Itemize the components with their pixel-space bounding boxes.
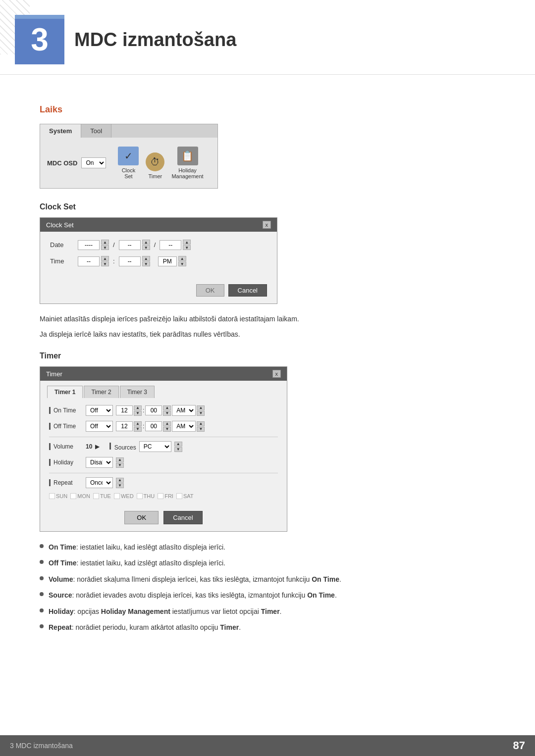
- page-footer: 3 MDC izmantošana 87: [0, 735, 535, 756]
- day-wed-checkbox[interactable]: [114, 493, 120, 499]
- date-sep-2: /: [154, 241, 156, 249]
- holiday-down[interactable]: ▼: [116, 463, 124, 468]
- date-month-spin[interactable]: ▲ ▼: [142, 240, 150, 250]
- day-tue-checkbox[interactable]: [93, 493, 99, 499]
- timer-icon-item[interactable]: ⏱ Timer: [146, 152, 164, 179]
- off-time-hour-up[interactable]: ▲: [134, 421, 142, 426]
- repeat-spin[interactable]: ▲ ▼: [116, 478, 124, 488]
- holiday-icon-item[interactable]: 📋 HolidayManagement: [171, 147, 203, 179]
- on-time-hour-spin[interactable]: ▲ ▼: [134, 405, 142, 416]
- repeat-up[interactable]: ▲: [116, 478, 124, 483]
- timer-cancel-button[interactable]: Cancel: [163, 511, 202, 524]
- day-mon-checkbox[interactable]: [70, 493, 76, 499]
- off-time-min-down[interactable]: ▼: [163, 427, 171, 432]
- clock-set-cancel-button[interactable]: Cancel: [228, 284, 267, 297]
- date-month-input[interactable]: [119, 240, 141, 250]
- time-min-spin[interactable]: ▲ ▼: [142, 256, 150, 266]
- off-time-hour-spin[interactable]: ▲ ▼: [134, 421, 142, 432]
- sources-spin[interactable]: ▲ ▼: [174, 442, 182, 452]
- timer-close-button[interactable]: x: [272, 370, 281, 378]
- day-thu-label: THU: [144, 493, 155, 499]
- clock-set-dialog-title: Clock Set: [46, 221, 74, 229]
- on-time-hour-up[interactable]: ▲: [134, 405, 142, 410]
- sources-down[interactable]: ▼: [174, 447, 182, 452]
- on-time-hour-down[interactable]: ▼: [134, 411, 142, 416]
- off-time-bar: [49, 423, 51, 430]
- off-time-ampm-spin[interactable]: ▲ ▼: [197, 421, 205, 432]
- tab-system[interactable]: System: [40, 124, 81, 138]
- bullet-on-time: On Time: iestatiet laiku, kad ieslēgt at…: [40, 542, 495, 553]
- date-year-up[interactable]: ▲: [101, 240, 109, 245]
- time-min-up[interactable]: ▲: [142, 256, 150, 261]
- on-time-select[interactable]: OffOn: [86, 405, 113, 416]
- sources-up[interactable]: ▲: [174, 442, 182, 447]
- date-day-up[interactable]: ▲: [183, 240, 191, 245]
- day-sun-checkbox[interactable]: [49, 493, 55, 499]
- holiday-select[interactable]: Disable Enable: [86, 457, 113, 468]
- time-ampm-spin[interactable]: ▲ ▼: [178, 256, 186, 266]
- time-ampm-up[interactable]: ▲: [178, 256, 186, 261]
- volume-arrow[interactable]: ▶: [95, 443, 100, 450]
- on-time-hour[interactable]: [116, 405, 133, 415]
- time-ampm-group: ▲ ▼: [158, 256, 186, 266]
- day-sat-checkbox[interactable]: [176, 493, 182, 499]
- repeat-down[interactable]: ▼: [116, 483, 124, 488]
- tab-tool[interactable]: Tool: [81, 124, 111, 138]
- date-day-input[interactable]: [160, 240, 181, 250]
- holiday-up[interactable]: ▲: [116, 457, 124, 462]
- day-thu-checkbox[interactable]: [137, 493, 143, 499]
- repeat-select[interactable]: Once Everyday Mon~Fri Mon~Sat Sat~Sun Ma…: [86, 477, 113, 488]
- timer-tab-1[interactable]: Timer 1: [47, 386, 83, 398]
- time-hour-input[interactable]: [78, 256, 100, 266]
- off-time-min-spin[interactable]: ▲ ▼: [163, 421, 171, 432]
- date-month-up[interactable]: ▲: [142, 240, 150, 245]
- time-min-down[interactable]: ▼: [142, 261, 150, 266]
- day-fri-checkbox[interactable]: [158, 493, 163, 499]
- off-time-ampm[interactable]: AMPM: [172, 421, 196, 432]
- clock-set-ok-button[interactable]: OK: [196, 284, 224, 297]
- off-time-min-up[interactable]: ▲: [163, 421, 171, 426]
- on-time-ampm[interactable]: AMPM: [172, 405, 196, 416]
- date-year-down[interactable]: ▼: [101, 245, 109, 250]
- time-min-input[interactable]: [119, 256, 141, 266]
- date-spin-3: ▲ ▼: [160, 240, 191, 250]
- clock-set-icon-item[interactable]: ✓ ClockSet: [118, 147, 139, 179]
- on-time-min-up[interactable]: ▲: [163, 405, 171, 410]
- time-hour-spin[interactable]: ▲ ▼: [101, 256, 109, 266]
- bullet-source: Source: norādiet ievades avotu displeja …: [40, 590, 495, 601]
- timer-tab-2[interactable]: Timer 2: [84, 386, 118, 398]
- date-year-input[interactable]: [78, 240, 100, 250]
- volume-sources-row: Volume 10 ▶ Sources PC HDMI ▲: [49, 441, 278, 452]
- time-hour-down[interactable]: ▼: [101, 261, 109, 266]
- date-spin-1: ▲ ▼: [78, 240, 109, 250]
- off-time-ampm-down[interactable]: ▼: [197, 427, 205, 432]
- off-time-hour[interactable]: [116, 421, 133, 431]
- on-time-ampm-up[interactable]: ▲: [197, 405, 205, 410]
- off-time-ampm-up[interactable]: ▲: [197, 421, 205, 426]
- date-month-down[interactable]: ▼: [142, 245, 150, 250]
- off-time-min[interactable]: [145, 421, 162, 431]
- on-time-min-spin[interactable]: ▲ ▼: [163, 405, 171, 416]
- on-time-ampm-spin[interactable]: ▲ ▼: [197, 405, 205, 416]
- time-ampm-down[interactable]: ▼: [178, 261, 186, 266]
- time-ampm-input[interactable]: [158, 256, 177, 266]
- sources-select[interactable]: PC HDMI: [139, 441, 171, 452]
- day-fri-label: FRI: [164, 493, 173, 499]
- date-day-down[interactable]: ▼: [183, 245, 191, 250]
- date-year-spin[interactable]: ▲ ▼: [101, 240, 109, 250]
- holiday-spin[interactable]: ▲ ▼: [116, 457, 124, 468]
- on-time-ampm-down[interactable]: ▼: [197, 411, 205, 416]
- timer-tab-3[interactable]: Timer 3: [120, 386, 155, 398]
- timer-ok-button[interactable]: OK: [124, 511, 159, 524]
- off-time-hour-down[interactable]: ▼: [134, 427, 142, 432]
- holiday-bar: [49, 459, 51, 466]
- repeat-row: Repeat Once Everyday Mon~Fri Mon~Sat Sat…: [49, 477, 278, 488]
- date-day-spin[interactable]: ▲ ▼: [183, 240, 191, 250]
- mdc-osd-select[interactable]: On Off: [81, 157, 106, 168]
- on-time-min[interactable]: [145, 405, 162, 415]
- time-hour-up[interactable]: ▲: [101, 256, 109, 261]
- on-time-min-down[interactable]: ▼: [163, 411, 171, 416]
- clock-set-close-button[interactable]: x: [263, 221, 271, 229]
- volume-bar: [49, 443, 51, 450]
- off-time-select[interactable]: OffOn: [86, 421, 113, 432]
